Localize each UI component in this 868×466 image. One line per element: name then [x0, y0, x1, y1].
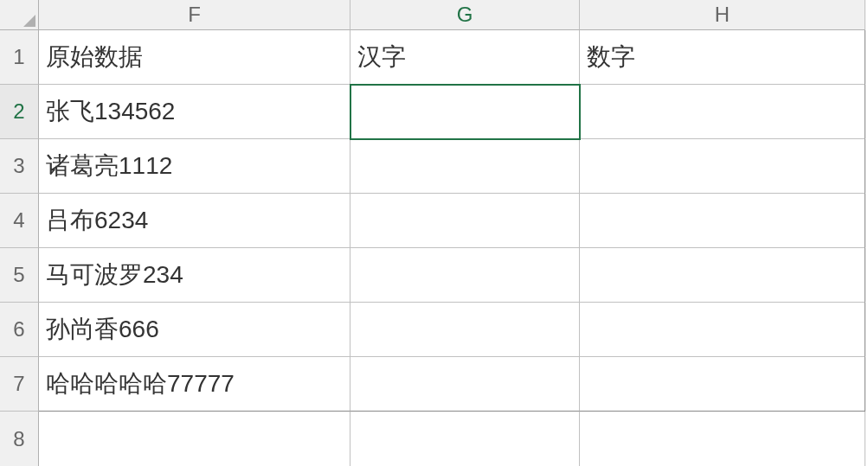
spreadsheet-grid[interactable]: F G H 1 原始数据 汉字 数字 2 张飞134562 3 诸葛亮1112 … — [0, 0, 868, 466]
row-header-5[interactable]: 5 — [0, 248, 39, 303]
cell-H1[interactable]: 数字 — [580, 30, 865, 85]
cell-H6[interactable] — [580, 303, 865, 357]
cell-H5[interactable] — [580, 248, 865, 303]
cell-H2[interactable] — [580, 85, 865, 139]
row-header-2[interactable]: 2 — [0, 85, 39, 139]
cell-F8[interactable] — [39, 412, 350, 466]
row-header-3[interactable]: 3 — [0, 139, 39, 194]
cell-F7[interactable]: 哈哈哈哈哈77777 — [39, 357, 350, 412]
cell-G6[interactable] — [350, 303, 580, 357]
cell-F3[interactable]: 诸葛亮1112 — [39, 139, 350, 194]
select-all-corner[interactable] — [0, 0, 39, 30]
row-header-7[interactable]: 7 — [0, 357, 39, 412]
col-header-H[interactable]: H — [580, 0, 865, 30]
cell-G1[interactable]: 汉字 — [350, 30, 580, 85]
row-header-8[interactable]: 8 — [0, 412, 39, 466]
cell-F1[interactable]: 原始数据 — [39, 30, 350, 85]
col-header-F[interactable]: F — [39, 0, 350, 30]
row-header-1[interactable]: 1 — [0, 30, 39, 85]
cell-F4[interactable]: 吕布6234 — [39, 194, 350, 248]
cell-H7[interactable] — [580, 357, 865, 412]
cell-F6[interactable]: 孙尚香666 — [39, 303, 350, 357]
row-header-6[interactable]: 6 — [0, 303, 39, 357]
cell-H3[interactable] — [580, 139, 865, 194]
row-header-4[interactable]: 4 — [0, 194, 39, 248]
cell-G8[interactable] — [350, 412, 580, 466]
cell-G3[interactable] — [350, 139, 580, 194]
cell-H8[interactable] — [580, 412, 865, 466]
cell-F5[interactable]: 马可波罗234 — [39, 248, 350, 303]
cell-G2[interactable] — [350, 85, 580, 139]
cell-H4[interactable] — [580, 194, 865, 248]
col-header-G[interactable]: G — [350, 0, 580, 30]
cell-G7[interactable] — [350, 357, 580, 412]
cell-G4[interactable] — [350, 194, 580, 248]
cell-G5[interactable] — [350, 248, 580, 303]
cell-F2[interactable]: 张飞134562 — [39, 85, 350, 139]
